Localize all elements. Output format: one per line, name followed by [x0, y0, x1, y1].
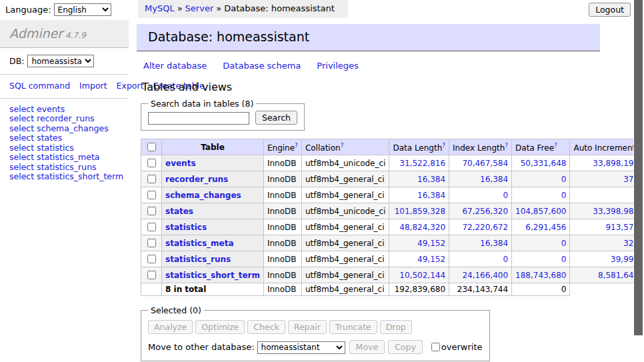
row-checkbox[interactable] [147, 223, 156, 231]
table-name-link[interactable]: events [165, 159, 196, 168]
scrollbar-thumb[interactable] [634, 0, 643, 335]
row-checkbox[interactable] [147, 207, 156, 215]
selected-action-check[interactable]: Check [247, 320, 285, 334]
sidebar-table-link-select-states[interactable]: select states [9, 133, 119, 143]
column-help-link[interactable]: ? [554, 142, 557, 149]
breadcrumb-item-mysql[interactable]: MySQL [145, 3, 175, 13]
row-select-cell [141, 171, 162, 187]
table-row: statistics_runsInnoDButf8mb4_general_ci4… [141, 251, 644, 267]
sidebar-table-link-select-statistics-runs[interactable]: select statistics_runs [9, 163, 119, 173]
index_length-link[interactable]: 24,166,400 [462, 271, 508, 280]
logout-button[interactable]: Logout [589, 3, 631, 17]
copy-button[interactable]: Copy [388, 340, 423, 354]
row-checkbox[interactable] [147, 159, 156, 167]
table-name-link[interactable]: statistics_short_term [165, 271, 260, 280]
table-name-link[interactable]: statistics_runs [165, 255, 231, 264]
sidebar-action-sql-command[interactable]: SQL command [9, 81, 70, 91]
page-title: Database: homeassistant [137, 24, 600, 51]
row-checkbox[interactable] [147, 175, 156, 183]
index_length-link[interactable]: 0 [503, 255, 508, 264]
data_free-link[interactable]: 50,331,648 [521, 159, 567, 168]
table-name-link[interactable]: statistics [165, 223, 207, 232]
column-help-link[interactable]: ? [295, 142, 298, 149]
row-checkbox[interactable] [147, 239, 156, 247]
data_free-link[interactable]: 188,743,680 [515, 271, 566, 280]
search-fieldset: Search data in tables (8) Search [141, 99, 305, 131]
data_length-link[interactable]: 16,384 [417, 175, 445, 184]
collation-cell: utf8mb4_general_ci [301, 171, 389, 187]
search-input[interactable] [148, 112, 249, 125]
sidebar-table-link-select-events[interactable]: select events [9, 105, 119, 115]
column-help-link[interactable]: ? [341, 142, 344, 149]
move-target-select[interactable]: homeassistant [257, 341, 345, 354]
table-row: statistics_short_termInnoDButf8mb4_gener… [141, 267, 644, 283]
data_free-link[interactable]: 104,857,600 [515, 207, 566, 216]
data_length-cell: 16,384 [389, 187, 449, 203]
nav-link-alter-database[interactable]: Alter database [143, 61, 207, 71]
data_length-link[interactable]: 101,859,328 [395, 207, 445, 216]
selected-action-drop[interactable]: Drop [380, 320, 412, 334]
auto_increment-link[interactable]: 8,581,645 [598, 271, 639, 280]
data_length-link[interactable]: 16,384 [417, 191, 445, 200]
sidebar-table-link-select-statistics[interactable]: select statistics [9, 143, 119, 153]
nav-link-database-schema[interactable]: Database schema [223, 61, 301, 71]
data_length-link[interactable]: 10,502,144 [399, 271, 445, 280]
selected-action-buttons: AnalyzeOptimizeCheckRepairTruncateDrop [148, 320, 483, 334]
selected-action-repair[interactable]: Repair [288, 320, 327, 334]
index_length-link[interactable]: 16,384 [480, 175, 508, 184]
index_length-link[interactable]: 0 [503, 191, 508, 200]
data_free-link[interactable]: 0 [561, 255, 567, 264]
table-name-link[interactable]: schema_changes [165, 191, 241, 200]
index_length-link[interactable]: 72,220,672 [462, 223, 508, 232]
auto_increment-cell: 6 [570, 187, 643, 203]
data_free-link[interactable]: 0 [561, 239, 567, 248]
column-help-link[interactable]: ? [442, 142, 445, 149]
table-name-link[interactable]: statistics_meta [165, 239, 234, 248]
move-button[interactable]: Move [349, 340, 385, 354]
tables-overview-table: TableEngine?Collation?Data Length?Index … [141, 139, 644, 296]
scrollbar-track[interactable] [633, 0, 644, 362]
data_free-link[interactable]: 6,291,456 [525, 223, 566, 232]
overwrite-label: overwrite [441, 342, 483, 352]
row-checkbox[interactable] [147, 191, 156, 199]
sidebar-table-link-select-statistics-meta[interactable]: select statistics_meta [9, 153, 119, 163]
row-checkbox[interactable] [147, 271, 156, 279]
row-checkbox[interactable] [147, 255, 156, 263]
select-all-checkbox[interactable] [147, 143, 156, 151]
table-name-link[interactable]: recorder_runs [165, 175, 228, 184]
sidebar-table-link-select-statistics-short-term[interactable]: select statistics_short_term [9, 172, 119, 182]
search-button[interactable]: Search [255, 111, 297, 125]
engine-cell: InnoDB [263, 267, 301, 283]
selected-legend: Selected (0) [148, 305, 204, 315]
sidebar-action-import[interactable]: Import [79, 81, 107, 91]
selected-action-truncate[interactable]: Truncate [329, 320, 377, 334]
data_length-link[interactable]: 49,152 [417, 239, 445, 248]
data_length-link[interactable]: 48,824,320 [399, 223, 445, 232]
selected-action-analyze[interactable]: Analyze [148, 320, 193, 334]
data_free-link[interactable]: 0 [561, 191, 567, 200]
data_free-cell: 0 [512, 251, 570, 267]
sidebar-table-link-select-schema-changes[interactable]: select schema_changes [9, 124, 119, 134]
selected-action-optimize[interactable]: Optimize [195, 320, 245, 334]
index_length-link[interactable]: 16,384 [480, 239, 508, 248]
column-help-link[interactable]: ? [505, 142, 508, 149]
language-select[interactable]: English [54, 3, 111, 16]
index_length-link[interactable]: 70,467,584 [462, 159, 508, 168]
overwrite-checkbox[interactable] [431, 343, 440, 351]
db-select[interactable]: homeassistant [27, 55, 94, 67]
breadcrumb-separator: » [216, 3, 221, 13]
total-engine: InnoDB [263, 283, 301, 296]
collation-cell: utf8mb4_general_ci [301, 219, 389, 235]
auto_increment-cell: 33,398,984 [570, 203, 643, 219]
table-name-link[interactable]: states [165, 207, 193, 216]
data_free-link[interactable]: 0 [561, 175, 567, 184]
nav-link-privileges[interactable]: Privileges [317, 61, 359, 71]
breadcrumb-item-server[interactable]: Server [185, 3, 214, 13]
data_length-link[interactable]: 49,152 [417, 255, 445, 264]
sidebar-table-link-select-recorder-runs[interactable]: select recorder_runs [9, 114, 119, 124]
auto_increment-link[interactable]: 33,398,984 [593, 207, 639, 216]
collation-cell: utf8mb4_general_ci [301, 187, 389, 203]
auto_increment-link[interactable]: 33,898,196 [593, 159, 639, 168]
data_length-link[interactable]: 31,522,816 [399, 159, 445, 168]
index_length-link[interactable]: 67,256,320 [462, 207, 508, 216]
